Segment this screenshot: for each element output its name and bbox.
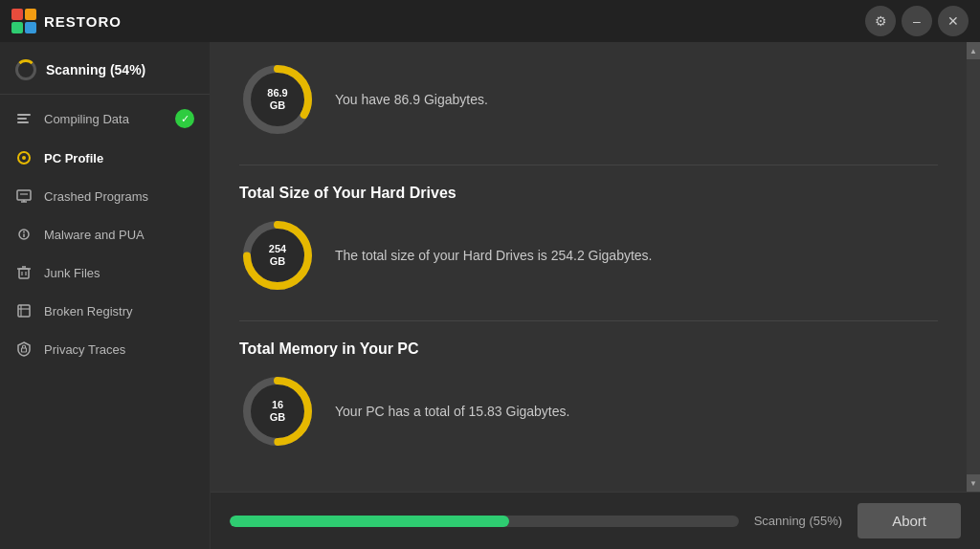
sidebar-item-malware-pua[interactable]: Malware and PUA xyxy=(0,215,210,253)
stat-section-hdd-total: Total Size of Your Hard Drives 254GB The… xyxy=(239,185,938,294)
scanning-label: Scanning (54%) xyxy=(46,62,145,77)
stat-row-total-memory: 16GB Your PC has a total of 15.83 Gigaby… xyxy=(239,373,938,450)
scanning-status: Scanning (54%) xyxy=(0,46,210,95)
svg-rect-0 xyxy=(11,9,23,20)
main-layout: Scanning (54%) Compiling Data ✓ xyxy=(0,42,980,549)
sidebar-item-pc-profile[interactable]: PC Profile xyxy=(0,139,210,177)
sidebar-item-compiling-data[interactable]: Compiling Data ✓ xyxy=(0,99,210,139)
divider-1 xyxy=(239,165,938,165)
settings-button[interactable]: ⚙ xyxy=(865,6,896,36)
stat-title-total-memory: Total Memory in Your PC xyxy=(239,340,938,358)
scan-status-label: Scanning (55%) xyxy=(754,514,843,528)
broken-registry-icon xyxy=(15,302,33,319)
abort-button[interactable]: Abort xyxy=(858,503,961,538)
stat-row-hdd-free: 86.9 GB You have 86.9 Gigabytes. xyxy=(239,61,938,138)
check-badge-compiling-data: ✓ xyxy=(175,109,194,128)
logo-icon xyxy=(11,9,36,33)
stat-text-hdd-free: You have 86.9 Gigabytes. xyxy=(335,92,488,107)
sidebar-label-pc-profile: PC Profile xyxy=(44,151,103,165)
donut-hdd-free: 86.9 GB xyxy=(239,61,316,138)
minimize-button[interactable]: – xyxy=(902,6,932,36)
compiling-data-icon xyxy=(15,110,33,127)
sidebar-item-junk-files[interactable]: Junk Files xyxy=(0,253,210,292)
svg-rect-1 xyxy=(25,9,36,20)
sidebar-label-malware-pua: Malware and PUA xyxy=(44,228,145,242)
svg-rect-2 xyxy=(11,22,23,33)
stat-text-total-memory: Your PC has a total of 15.83 Gigabytes. xyxy=(335,404,569,419)
svg-point-8 xyxy=(22,156,26,160)
donut-total-memory-label: 16GB xyxy=(270,399,286,424)
sidebar-label-privacy-traces: Privacy Traces xyxy=(44,342,125,357)
scroll-up-button[interactable]: ▲ xyxy=(967,42,980,59)
svg-rect-24 xyxy=(22,348,27,352)
crashed-programs-icon xyxy=(15,187,33,205)
sidebar-label-broken-registry: Broken Registry xyxy=(44,304,132,318)
svg-rect-4 xyxy=(17,114,31,116)
sidebar-label-crashed-programs: Crashed Programs xyxy=(44,189,148,204)
svg-rect-3 xyxy=(25,22,36,33)
donut-hdd-total: 254GB xyxy=(239,217,316,294)
svg-point-14 xyxy=(23,231,25,233)
donut-total-memory: 16GB xyxy=(239,373,316,450)
bottom-bar: Scanning (55%) Abort xyxy=(211,492,980,549)
scanning-spinner xyxy=(15,59,36,80)
sidebar-item-privacy-traces[interactable]: Privacy Traces xyxy=(0,330,210,368)
pc-profile-icon xyxy=(15,149,33,166)
malware-pua-icon xyxy=(15,226,33,243)
privacy-traces-icon xyxy=(15,340,33,358)
app-logo: RESTORO xyxy=(11,9,122,33)
stat-title-hdd-total: Total Size of Your Hard Drives xyxy=(239,185,938,202)
stat-text-hdd-total: The total size of your Hard Drives is 25… xyxy=(335,248,652,263)
stat-row-hdd-total: 254GB The total size of your Hard Drives… xyxy=(239,217,938,294)
donut-hdd-total-label: 254GB xyxy=(269,243,286,268)
junk-files-icon xyxy=(15,264,33,281)
app-name: RESTORO xyxy=(44,13,122,30)
close-button[interactable]: ✕ xyxy=(938,6,969,36)
scrollbar: ▲ ▼ xyxy=(967,42,980,492)
svg-rect-16 xyxy=(19,269,29,278)
donut-hdd-free-label: 86.9 GB xyxy=(267,87,287,112)
sidebar: Scanning (54%) Compiling Data ✓ xyxy=(0,42,211,549)
title-bar: RESTORO ⚙ – ✕ xyxy=(0,0,980,42)
window-controls: ⚙ – ✕ xyxy=(865,6,969,36)
svg-rect-6 xyxy=(17,121,29,123)
stat-section-hdd-free: 86.9 GB You have 86.9 Gigabytes. xyxy=(239,61,938,138)
stat-section-total-memory: Total Memory in Your PC 16GB Your PC has… xyxy=(239,340,938,450)
scroll-down-button[interactable]: ▼ xyxy=(967,474,980,492)
sidebar-label-junk-files: Junk Files xyxy=(44,266,100,280)
sidebar-item-crashed-programs[interactable]: Crashed Programs xyxy=(0,177,210,215)
content-area: 86.9 GB You have 86.9 Gigabytes. Total S… xyxy=(211,42,980,549)
svg-rect-5 xyxy=(17,118,27,120)
sidebar-label-compiling-data: Compiling Data xyxy=(44,112,129,126)
sidebar-item-broken-registry[interactable]: Broken Registry xyxy=(0,292,210,330)
svg-rect-9 xyxy=(17,190,31,200)
progress-fill xyxy=(230,516,509,527)
divider-2 xyxy=(239,320,938,321)
content-scroll[interactable]: 86.9 GB You have 86.9 Gigabytes. Total S… xyxy=(211,42,967,492)
progress-track xyxy=(230,516,739,527)
svg-rect-21 xyxy=(18,305,30,317)
